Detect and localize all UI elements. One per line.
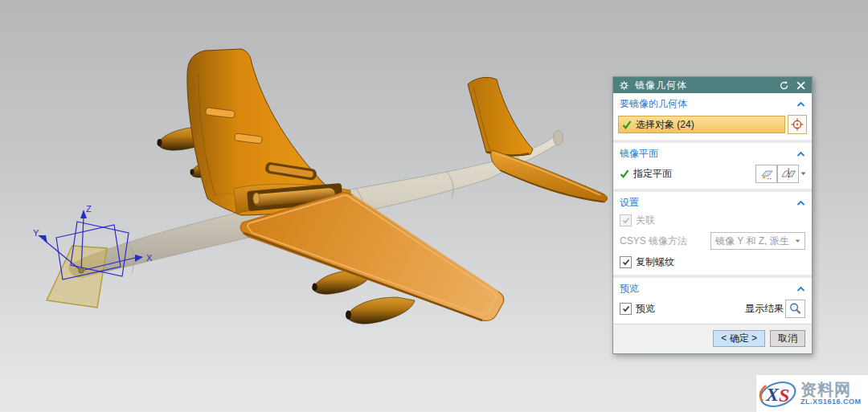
mirror-geometry-dialog: 镜像几何体 要镜像的几何体 选择对象 (24) [612,76,813,354]
associative-checkbox [620,214,632,226]
y-axis-label: Y [33,228,39,238]
check-icon [620,169,629,178]
preview-checkbox[interactable] [620,303,632,315]
chevron-up-icon[interactable] [796,151,805,157]
chevron-up-icon[interactable] [796,200,805,206]
dialog-titlebar[interactable]: 镜像几何体 [613,77,812,93]
check-icon [622,305,630,312]
associative-label: 关联 [636,214,655,227]
chevron-up-icon[interactable] [796,101,805,108]
mirror-plane-icon [780,167,796,181]
watermark: X S 资料网 ZL.XS1616.COM [755,374,868,412]
check-icon [622,259,630,266]
dialog-footer: < 确定 > 取消 [613,324,812,353]
x-axis-label: X [146,253,153,263]
preview-label: 预览 [636,302,655,316]
copy-threads-label: 复制螺纹 [636,255,674,269]
plane-icon [759,167,775,181]
point-selector-button[interactable] [788,115,807,134]
select-object-row[interactable]: 选择对象 (24) [618,116,785,133]
dropdown-arrow-icon [795,239,800,243]
watermark-site-name: 资料网 [800,381,862,398]
magnifier-icon [788,302,802,316]
section-settings: 设置 关联 CSYS 镜像方法 镜像 Y 和 Z, 派生 复制螺 [613,192,812,275]
watermark-site-url: ZL.XS1616.COM [800,398,862,406]
csys-origin [79,268,84,273]
dropdown-arrow-icon [800,172,806,176]
csys-method-label: CSYS 镜像方法 [620,235,687,248]
gear-icon [618,80,630,92]
show-result-label: 显示结果 [745,302,784,316]
copy-threads-checkbox[interactable] [620,256,632,268]
csys-method-select[interactable]: 镜像 Y 和 Z, 派生 [710,232,805,250]
dialog-title: 镜像几何体 [635,79,773,92]
plane-options-dropdown[interactable] [799,165,807,183]
csys-method-value: 镜像 Y 和 Z, 派生 [715,235,789,248]
watermark-logo: X S [758,376,800,411]
close-icon[interactable] [795,80,807,92]
section-title: 预览 [620,282,639,296]
section-header-settings[interactable]: 设置 [613,193,812,212]
select-object-label: 选择对象 (24) [636,118,694,132]
reset-icon[interactable] [778,80,790,92]
section-title: 镜像平面 [620,147,658,161]
ok-button[interactable]: < 确定 > [713,330,765,347]
logo-letter-x: X [765,384,780,405]
tail-cap [554,130,563,145]
section-mirror-plane: 镜像平面 指定平面 [613,143,812,189]
check-icon [622,217,630,224]
vertical-stabilizer[interactable] [468,77,533,156]
graphics-viewport[interactable]: X Y Z 镜像几何体 要镜像的几何体 选择对象 [0,0,868,412]
horizontal-stabilizer[interactable] [491,150,608,202]
show-result-button[interactable] [785,300,805,318]
z-axis-label: Z [86,204,92,214]
section-title: 设置 [620,196,639,210]
section-title: 要镜像的几何体 [620,97,687,111]
logo-letter-s: S [779,385,789,406]
section-header-mirror-plane[interactable]: 镜像平面 [613,144,812,163]
section-geometry-to-mirror: 要镜像的几何体 选择对象 (24) [613,93,812,140]
section-header-geometry[interactable]: 要镜像的几何体 [613,94,812,113]
plane-dialog-button[interactable] [777,165,799,183]
cancel-button[interactable]: 取消 [770,330,805,347]
section-preview: 预览 预览 显示结果 [613,278,812,324]
inferred-plane-button[interactable] [755,165,777,183]
specify-plane-label: 指定平面 [633,167,672,181]
section-header-preview[interactable]: 预览 [613,279,812,298]
crosshair-icon [790,117,805,132]
check-icon [622,120,632,129]
chevron-up-icon[interactable] [796,286,805,292]
